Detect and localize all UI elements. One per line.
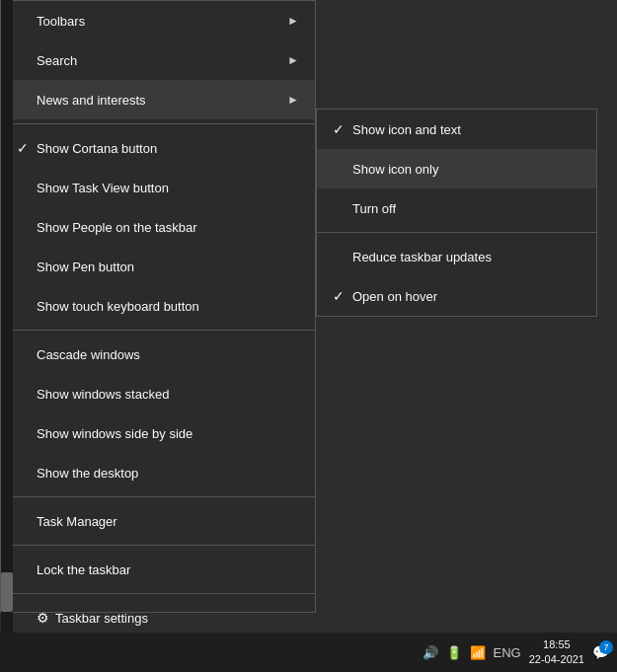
label-open-hover: Open on hover <box>352 289 580 304</box>
submenu-item-open-hover[interactable]: ✓ Open on hover <box>317 276 596 316</box>
menu-item-show-pen[interactable]: Show Pen button <box>1 247 315 286</box>
taskbar-time-value: 18:55 <box>529 637 584 652</box>
volume-icon[interactable]: 🔊 <box>423 645 438 660</box>
label-icon-text: Show icon and text <box>352 122 580 137</box>
menu-item-show-taskview[interactable]: Show Task View button <box>1 168 315 207</box>
menu-item-lock-taskbar[interactable]: Lock the taskbar <box>1 550 315 589</box>
menu-item-search[interactable]: Search ► <box>1 40 315 80</box>
label-search: Search <box>37 53 287 68</box>
menu-item-news-interests[interactable]: News and interests ► <box>1 80 315 119</box>
menu-item-show-desktop[interactable]: Show the desktop <box>1 453 315 492</box>
label-lock: Lock the taskbar <box>37 562 299 577</box>
label-touch-keyboard: Show touch keyboard button <box>37 299 299 314</box>
label-task-manager: Task Manager <box>37 514 299 529</box>
divider-3 <box>1 496 315 497</box>
divider-5 <box>1 593 315 594</box>
submenu-item-turn-off[interactable]: Turn off <box>317 188 596 228</box>
label-taskbar-settings: Taskbar settings <box>55 611 299 626</box>
menu-item-taskbar-settings[interactable]: ⚙ Taskbar settings <box>1 598 315 637</box>
label-toolbars: Toolbars <box>37 14 287 29</box>
language-indicator[interactable]: ENG <box>494 645 521 660</box>
arrow-search: ► <box>287 53 299 67</box>
gear-icon: ⚙ <box>37 610 49 626</box>
menu-item-windows-side[interactable]: Show windows side by side <box>1 413 315 453</box>
label-reduce-updates: Reduce taskbar updates <box>352 250 580 264</box>
check-open-hover: ✓ <box>333 288 352 304</box>
label-turn-off: Turn off <box>352 201 580 216</box>
check-icon-text: ✓ <box>333 121 352 137</box>
arrow-news: ► <box>287 93 299 107</box>
submenu-item-show-icon-only[interactable]: Show icon only <box>317 149 596 188</box>
label-icon-only: Show icon only <box>352 162 580 177</box>
notification-icon[interactable]: 💬 7 <box>592 644 609 660</box>
main-context-menu: Toolbars ► Search ► News and interests ►… <box>0 0 316 613</box>
divider-2 <box>1 330 315 331</box>
battery-icon[interactable]: 🔋 <box>446 645 462 660</box>
label-stacked: Show windows stacked <box>37 387 299 402</box>
label-news: News and interests <box>37 93 287 108</box>
menu-item-toolbars[interactable]: Toolbars ► <box>1 1 315 40</box>
submenu-news-interests: ✓ Show icon and text Show icon only Turn… <box>316 109 597 317</box>
menu-item-windows-stacked[interactable]: Show windows stacked <box>1 374 315 413</box>
menu-item-cascade[interactable]: Cascade windows <box>1 335 315 374</box>
submenu-item-show-icon-text[interactable]: ✓ Show icon and text <box>317 110 596 149</box>
submenu-divider-1 <box>317 232 596 233</box>
menu-item-show-people[interactable]: Show People on the taskbar <box>1 207 315 247</box>
menu-item-task-manager[interactable]: Task Manager <box>1 501 315 541</box>
wifi-icon[interactable]: 📶 <box>470 645 486 660</box>
label-cascade: Cascade windows <box>37 347 299 362</box>
scrollbar[interactable] <box>1 0 13 633</box>
submenu-item-reduce-updates[interactable]: Reduce taskbar updates <box>317 237 596 276</box>
label-pen: Show Pen button <box>37 260 299 274</box>
taskbar-right-area: 🔊 🔋 📶 ENG 18:55 22-04-2021 💬 7 <box>423 637 609 668</box>
taskbar-clock[interactable]: 18:55 22-04-2021 <box>529 637 584 668</box>
menu-item-show-cortana[interactable]: ✓ Show Cortana button <box>1 128 315 168</box>
taskbar: 🔊 🔋 📶 ENG 18:55 22-04-2021 💬 7 <box>0 633 617 672</box>
label-cortana: Show Cortana button <box>37 141 299 156</box>
label-taskview: Show Task View button <box>37 181 299 195</box>
notification-badge: 7 <box>599 640 613 654</box>
menu-item-show-touch-keyboard[interactable]: Show touch keyboard button <box>1 286 315 326</box>
arrow-toolbars: ► <box>287 14 299 28</box>
taskbar-date-value: 22-04-2021 <box>529 652 584 667</box>
check-cortana: ✓ <box>17 140 37 156</box>
scrollbar-thumb[interactable] <box>1 572 13 612</box>
label-side: Show windows side by side <box>37 426 299 441</box>
label-desktop: Show the desktop <box>37 466 299 481</box>
label-people: Show People on the taskbar <box>37 220 299 235</box>
divider-1 <box>1 123 315 124</box>
divider-4 <box>1 545 315 546</box>
